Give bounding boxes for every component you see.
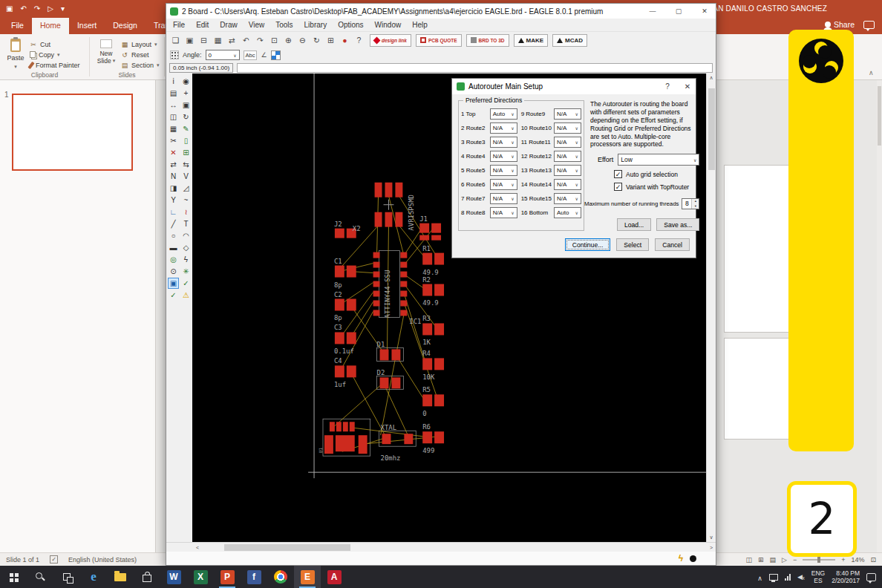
direction-select[interactable]: N/A	[554, 122, 581, 134]
signal-tool[interactable]: ϟ	[180, 254, 192, 265]
save-icon[interactable]: ▣	[183, 34, 196, 46]
direction-select[interactable]: N/A	[490, 165, 517, 176]
slide-area-scrollbar[interactable]	[877, 80, 882, 552]
network-icon[interactable]	[785, 574, 791, 581]
split-tool[interactable]: Y	[168, 195, 179, 206]
slideshow-view-button[interactable]	[782, 556, 787, 564]
save-as-button[interactable]: Save as...	[656, 218, 699, 231]
layout-button[interactable]: ▦ Layout ▾	[121, 40, 160, 48]
paste-tool[interactable]: ▯	[180, 135, 192, 146]
rect-tool[interactable]: ▬	[168, 242, 179, 253]
action-center-icon[interactable]	[866, 573, 876, 581]
info-tool[interactable]: i	[168, 76, 179, 87]
circle-tool[interactable]: ○	[168, 230, 179, 241]
search-button[interactable]	[27, 566, 53, 588]
store-icon[interactable]	[134, 566, 160, 588]
menu-draw[interactable]: Draw	[220, 21, 237, 29]
wire-tool[interactable]: ╱	[168, 218, 179, 229]
arc-tool[interactable]: ◠	[180, 230, 192, 241]
ripup-tool[interactable]: ≀	[180, 206, 192, 218]
redo-icon[interactable]: ↷	[34, 5, 40, 13]
mcad-button[interactable]: MCAD	[552, 34, 587, 47]
hole-tool[interactable]: ⊙	[168, 266, 179, 277]
new-slide-button[interactable]: New Slide ▾	[94, 36, 119, 70]
zoom-select-icon[interactable]: ⊞	[324, 34, 337, 46]
direction-select[interactable]: N/A	[490, 193, 517, 204]
redo-icon[interactable]: ↷	[254, 34, 267, 46]
direction-select[interactable]: N/A	[554, 193, 581, 204]
text-tool[interactable]: T	[180, 218, 192, 229]
direction-select[interactable]: N/A	[554, 108, 581, 120]
excel-icon[interactable]: X	[187, 566, 214, 588]
angle-select[interactable]: 0	[206, 50, 240, 60]
menu-options[interactable]: Options	[338, 21, 363, 29]
undo-icon[interactable]: ↶	[20, 5, 26, 13]
scrollbar-thumb[interactable]	[708, 88, 715, 170]
angle-mode-icon[interactable]: ∠	[261, 51, 267, 59]
open-icon[interactable]: ❏	[169, 34, 182, 46]
direction-select[interactable]: N/A	[490, 207, 517, 218]
text-style-button[interactable]: Abc	[244, 50, 258, 60]
facebook-icon[interactable]: f	[241, 566, 267, 588]
ratsnest-tool[interactable]: ✳	[180, 266, 192, 277]
lightning-icon[interactable]: ϟ	[679, 553, 683, 564]
zoom-redraw-icon[interactable]: ↻	[310, 34, 323, 46]
smash-tool[interactable]: ◨	[168, 183, 179, 194]
powerpoint-icon[interactable]: P	[214, 566, 241, 588]
grid-settings-icon[interactable]	[170, 50, 179, 59]
direction-select[interactable]: N/A	[490, 137, 517, 148]
slideshow-icon[interactable]: ▷	[48, 5, 53, 13]
cancel-button[interactable]: Cancel	[655, 238, 690, 251]
customize-qat-icon[interactable]: ▾	[61, 5, 65, 13]
hidden-icons-chevron[interactable]	[757, 570, 762, 584]
tab-design[interactable]: Design	[105, 18, 146, 34]
scroll-down-icon[interactable]	[707, 533, 716, 542]
menu-help[interactable]: Help	[412, 21, 428, 29]
eagle-icon[interactable]: E	[294, 566, 321, 588]
close-button[interactable]	[693, 4, 716, 19]
pc-status-icon[interactable]	[769, 574, 778, 581]
pinswap-tool[interactable]: ⇄	[168, 159, 179, 170]
optimize-tool[interactable]: ~	[180, 195, 192, 206]
acrobat-icon[interactable]: A	[321, 566, 347, 588]
threads-spinner[interactable]: 8	[682, 198, 699, 209]
scrollbar-thumb[interactable]	[224, 544, 350, 551]
help-icon[interactable]: ?	[353, 34, 365, 46]
copy-tool[interactable]: ▣	[180, 99, 192, 111]
polygon-tool[interactable]: ◇	[180, 242, 192, 253]
task-view-button[interactable]	[53, 566, 80, 588]
clock[interactable]: 8:40 PM 2/20/2017	[832, 569, 860, 584]
drc-tool[interactable]: ✓	[180, 278, 192, 289]
collapse-ribbon-icon[interactable]	[869, 69, 874, 76]
direction-select[interactable]: N/A	[554, 137, 581, 148]
direction-select[interactable]: N/A	[490, 122, 517, 134]
reading-view-button[interactable]	[769, 556, 776, 564]
fit-slide-button[interactable]	[870, 556, 876, 564]
horizontal-scrollbar[interactable]	[166, 542, 716, 552]
word-icon[interactable]: W	[160, 566, 187, 588]
value-tool[interactable]: V	[180, 171, 192, 182]
edge-icon[interactable]: e	[80, 566, 107, 588]
language-indicator[interactable]: ENG ES	[811, 569, 825, 584]
paste-button[interactable]: Paste ▾	[4, 36, 27, 70]
zoom-out-button[interactable]	[793, 556, 797, 564]
zoom-slider[interactable]	[803, 559, 835, 561]
direction-select[interactable]: N/A	[490, 179, 517, 190]
share-button[interactable]: Share	[825, 20, 855, 29]
display-layers-tool[interactable]: ▤	[168, 88, 179, 99]
effort-select[interactable]: Low	[618, 154, 699, 166]
mirror-tool[interactable]: ◫	[168, 111, 179, 122]
tab-file[interactable]: File	[3, 18, 32, 34]
move-tool[interactable]: ↔	[168, 99, 179, 111]
continue-button[interactable]: Continue...	[565, 238, 611, 251]
reset-button[interactable]: ↺ Reset	[121, 50, 160, 59]
load-button[interactable]: Load...	[617, 218, 651, 231]
scroll-right-icon[interactable]	[707, 543, 716, 552]
direction-select[interactable]: Auto	[490, 108, 517, 120]
group-tool[interactable]: ▦	[168, 123, 179, 134]
spin-down-icon[interactable]	[692, 204, 699, 209]
slide-sorter-view-button[interactable]	[758, 556, 764, 564]
save-icon[interactable]: ▣	[6, 5, 13, 13]
rotate-tool[interactable]: ↻	[180, 111, 192, 122]
direction-select[interactable]: N/A	[554, 165, 581, 176]
